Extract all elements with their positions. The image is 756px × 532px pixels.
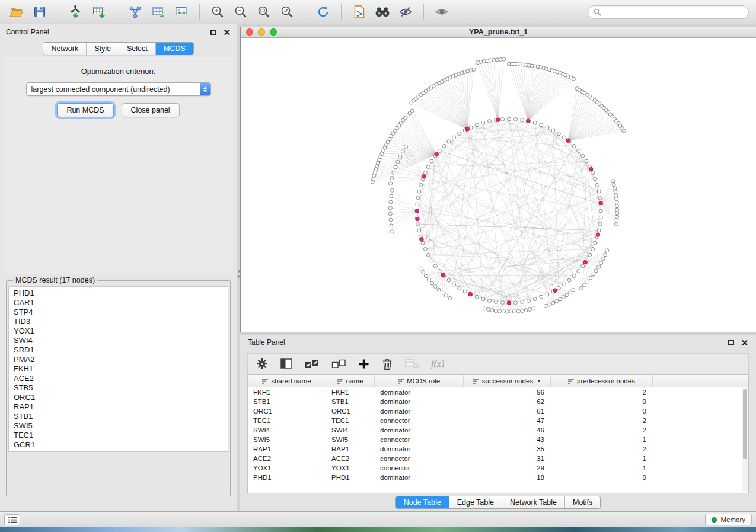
close-traffic-light[interactable] (246, 28, 253, 36)
table-cell: PHD1 (326, 474, 375, 481)
tab-mcds[interactable]: MCDS (156, 43, 193, 55)
import-table-icon[interactable] (90, 3, 109, 21)
table-cell: 2 (551, 427, 653, 434)
criterion-dropdown[interactable]: largest connected component (undirected) (26, 82, 211, 96)
import-network-icon[interactable] (66, 3, 85, 21)
network-title: YPA_prune.txt_1 (241, 28, 756, 36)
result-node[interactable]: SWI4 (14, 336, 223, 345)
zoom-in-icon[interactable] (208, 3, 227, 21)
search-input[interactable] (604, 8, 743, 16)
refresh-layout-icon[interactable] (314, 3, 333, 21)
tab-style[interactable]: Style (87, 43, 119, 55)
result-node[interactable]: TID3 (14, 317, 223, 326)
tab-node-table[interactable]: Node Table (396, 496, 449, 508)
result-node[interactable]: FKH1 (14, 364, 223, 374)
table-cell: 31 (464, 455, 551, 462)
table-row[interactable]: ORC1ORC1dominator610 (248, 406, 748, 416)
control-panel-tabbar: Network Style Select MCDS (0, 40, 237, 57)
add-column-icon[interactable] (358, 358, 369, 370)
result-node[interactable]: SWI5 (14, 421, 223, 431)
hide-elements-icon[interactable] (396, 3, 415, 21)
result-node[interactable]: ACE2 (14, 374, 223, 383)
result-node[interactable]: STB1 (14, 412, 223, 421)
result-node[interactable]: STB5 (14, 383, 223, 393)
column-header-shared-name[interactable]: shared name (248, 375, 326, 387)
sort-icon (337, 379, 343, 384)
tab-edge-table[interactable]: Edge Table (449, 496, 502, 508)
tab-network-table[interactable]: Network Table (502, 496, 565, 508)
tab-select[interactable]: Select (119, 43, 156, 55)
dropdown-stepper-icon (200, 83, 210, 95)
column-header-mcds-role[interactable]: MCDS role (375, 375, 464, 387)
table-row[interactable]: SWI4SWI4dominator462 (248, 425, 748, 435)
column-header-name[interactable]: name (326, 375, 375, 387)
run-mcds-button[interactable]: Run MCDS (57, 103, 113, 117)
show-columns-icon[interactable] (280, 358, 292, 369)
node-table-body[interactable]: FKH1FKH1dominator962STB1STB1dominator620… (248, 387, 748, 493)
table-scrollbar[interactable] (742, 388, 748, 492)
close-panel-button[interactable]: Close panel (122, 103, 180, 117)
result-node[interactable]: CAR1 (14, 298, 223, 307)
scrollbar-thumb[interactable] (743, 389, 747, 459)
zoom-selected-icon[interactable] (277, 3, 296, 21)
table-row[interactable]: STB1STB1dominator620 (248, 397, 748, 406)
table-row[interactable]: TEC1TEC1connector472 (248, 416, 748, 425)
table-row[interactable]: RAP1RAP1dominator352 (248, 444, 748, 454)
table-row[interactable]: ACE2ACE2connector311 (248, 454, 748, 463)
result-node[interactable]: YOX1 (14, 326, 223, 336)
deselect-all-icon[interactable] (331, 358, 346, 370)
minimize-traffic-light[interactable] (258, 28, 265, 36)
result-node[interactable]: PHD1 (14, 289, 223, 298)
show-elements-eye-icon[interactable] (432, 3, 451, 21)
result-node[interactable]: GCR1 (14, 440, 223, 450)
tab-network[interactable]: Network (43, 43, 87, 55)
search-box[interactable] (588, 5, 749, 19)
float-table-panel-icon[interactable] (728, 340, 734, 345)
export-network-icon[interactable] (126, 3, 145, 21)
table-settings-gear-icon[interactable] (256, 358, 268, 370)
float-panel-icon[interactable] (210, 30, 216, 35)
mcds-result-list[interactable]: PHD1CAR1STP4TID3YOX1SWI4SRD1PMA2FKH1ACE2… (8, 286, 228, 452)
column-header-successor-nodes[interactable]: successor nodes (464, 375, 551, 387)
result-node[interactable]: TEC1 (14, 431, 223, 440)
save-icon[interactable] (30, 3, 49, 21)
open-file-icon[interactable] (7, 3, 26, 21)
column-header-predecessor-nodes[interactable]: predecessor nodes (551, 375, 653, 387)
table-cell: connector (375, 417, 464, 424)
table-row[interactable]: YOX1YOX1connector291 (248, 463, 748, 473)
table-row[interactable]: SWI5SWI5connector431 (248, 435, 748, 444)
search-icon (594, 8, 601, 16)
table-row[interactable]: FKH1FKH1dominator962 (248, 387, 748, 397)
table-row[interactable]: PHD1PHD1dominator180 (248, 473, 748, 482)
table-cell: 43 (464, 436, 551, 443)
result-node[interactable]: ORC1 (14, 393, 223, 402)
splitter-handle-icon[interactable] (237, 266, 240, 281)
export-image-icon[interactable] (172, 3, 191, 21)
close-table-panel-icon[interactable]: ✕ (741, 338, 748, 347)
network-canvas[interactable] (241, 38, 756, 332)
binoculars-icon[interactable] (373, 3, 392, 21)
export-table-icon[interactable] (149, 3, 168, 21)
result-node[interactable]: RAP1 (14, 402, 223, 412)
select-all-icon[interactable] (305, 358, 319, 370)
result-node[interactable]: PMA2 (14, 355, 223, 364)
show-panels-button[interactable] (4, 514, 20, 525)
table-cell: SWI5 (248, 436, 326, 443)
close-panel-icon[interactable]: ✕ (223, 28, 231, 37)
table-cell: dominator (375, 474, 464, 481)
share-document-icon[interactable] (350, 3, 369, 21)
result-node[interactable]: SRD1 (14, 345, 223, 355)
memory-button[interactable]: Memory (705, 514, 752, 525)
maximize-traffic-light[interactable] (270, 28, 277, 36)
criterion-value: largest connected component (undirected) (27, 85, 200, 94)
tab-motifs[interactable]: Motifs (565, 496, 600, 508)
delete-column-icon[interactable] (382, 358, 393, 370)
main-toolbar (0, 0, 756, 24)
vertical-splitter[interactable] (237, 24, 240, 511)
result-node[interactable]: STP4 (14, 307, 223, 317)
application-window: Control Panel ✕ Network Style Select MCD… (0, 0, 756, 532)
zoom-fit-icon[interactable] (254, 3, 273, 21)
zoom-out-icon[interactable] (231, 3, 250, 21)
table-tabbar: Node Table Edge Table Network Table Moti… (240, 493, 756, 511)
main-area: Control Panel ✕ Network Style Select MCD… (0, 24, 756, 511)
